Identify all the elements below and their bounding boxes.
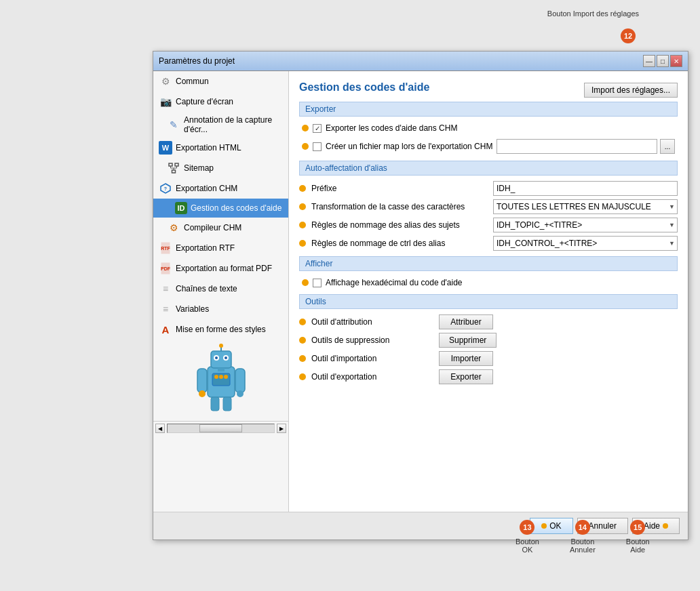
svg-text:?: ? [164, 186, 167, 191]
sidebar-item-gestion-codes[interactable]: ID Gestion des codes d'aide [153, 199, 288, 218]
sidebar-item-capture[interactable]: 📷 Capture d'écran [153, 91, 288, 112]
sitemap-icon [167, 161, 180, 175]
bottom-annotation-13: 13 Bouton OK [516, 520, 539, 554]
svg-point-24 [219, 375, 223, 379]
badge-12: 12 [621, 28, 636, 43]
scroll-thumb [199, 424, 242, 432]
svg-rect-26 [211, 397, 219, 411]
label-hex: Affichage hexadécimal du code d'aide [326, 278, 463, 287]
select-regles-sujet[interactable]: IDH_TOPIC_+<TITRE> [493, 218, 678, 232]
svg-rect-28 [197, 369, 207, 392]
svg-text:RTF: RTF [161, 246, 170, 251]
main-content: Gestion des codes d'aide Import des régl… [289, 71, 688, 512]
btn-attribuer[interactable]: Attribuer [439, 314, 493, 329]
bullet-suppression [299, 337, 306, 344]
input-prefixe[interactable] [493, 181, 678, 196]
sidebar: ⚙ Commun 📷 Capture d'écran ✎ Annotation … [153, 71, 289, 512]
form-row-transformation: Transformation de la casse des caractère… [299, 199, 678, 214]
bullet-hex [302, 279, 309, 286]
browse-button[interactable]: ... [660, 139, 675, 154]
sidebar-label-export-pdf: Exportation au format PDF [176, 264, 272, 273]
btn-exporter[interactable]: Exporter [439, 369, 493, 384]
section-afficher: Afficher [299, 256, 678, 271]
scroll-right-button[interactable]: ▶ [277, 424, 286, 433]
label-export-chm: Exporter les codes d'aide dans CHM [326, 123, 457, 133]
import-settings-button[interactable]: Import des réglages... [584, 83, 678, 98]
bullet-transformation [299, 203, 306, 210]
sidebar-label-commun: Commun [176, 77, 209, 86]
bottom-annotation-15: 15 Bouton Aide [626, 520, 650, 554]
bullet-attribution [299, 319, 306, 325]
svg-rect-0 [169, 163, 172, 166]
sidebar-label-export-rtf: Exportation RTF [176, 243, 235, 253]
svg-rect-21 [218, 368, 225, 371]
sidebar-item-export-chm[interactable]: ? Exportation CHM [153, 178, 288, 199]
select-wrapper-transformation: TOUTES LES LETTRES EN MAJUSCULE [493, 199, 678, 214]
option-row-export-chm: Exporter les codes d'aide dans CHM [299, 122, 678, 134]
id-icon: ID [175, 202, 187, 214]
html-icon: W [159, 141, 172, 155]
option-row-create-map: Créer un fichier map lors de l'exportati… [299, 138, 678, 155]
svg-point-18 [225, 356, 227, 359]
sidebar-item-export-rtf[interactable]: RTF Exportation RTF [153, 238, 288, 258]
map-file-input[interactable] [497, 139, 657, 154]
select-transformation[interactable]: TOUTES LES LETTRES EN MAJUSCULE [493, 199, 678, 214]
svg-rect-2 [172, 170, 176, 173]
scroll-left-button[interactable]: ◀ [155, 424, 165, 433]
btn-importer[interactable]: Importer [439, 351, 493, 366]
compiler-icon: ⚙ [167, 221, 180, 235]
label-suppression: Outils de suppression [311, 335, 433, 345]
restore-button[interactable]: □ [657, 55, 669, 67]
bottom-annotation-14: 14 Bouton Annuler [570, 520, 596, 554]
scroll-track [167, 424, 275, 433]
svg-rect-27 [223, 397, 231, 411]
checkbox-hex[interactable] [313, 279, 322, 287]
robot-image [153, 340, 288, 421]
titlebar-buttons: — □ ✕ [643, 55, 682, 67]
sidebar-label-variables: Variables [176, 304, 209, 314]
close-button[interactable]: ✕ [670, 55, 682, 67]
form-row-prefixe: Préfixe [299, 181, 678, 196]
pdf-icon: PDF [159, 262, 172, 275]
sidebar-item-sitemap[interactable]: Sitemap [153, 158, 288, 178]
sidebar-item-export-pdf[interactable]: PDF Exportation au format PDF [153, 258, 288, 279]
select-wrapper-regles-ctrl: IDH_CONTROL_+<TITRE> [493, 236, 678, 251]
sidebar-item-variables[interactable]: ≡ Variables [153, 299, 288, 319]
sidebar-label-sitemap: Sitemap [184, 163, 214, 173]
sidebar-label-annotation: Annotation de la capture d'écr... [184, 115, 283, 134]
project-settings-dialog: Paramètres du projet — □ ✕ ⚙ Commun 📷 Ca… [153, 51, 688, 540]
bullet-exportation [299, 373, 306, 380]
sidebar-item-commun[interactable]: ⚙ Commun [153, 71, 288, 91]
sidebar-scrollbar[interactable]: ◀ ▶ [153, 421, 288, 435]
section-auto-affectation: Auto-affectation d'alias [299, 161, 678, 176]
section-outils: Outils [299, 294, 678, 309]
label-create-map: Créer un fichier map lors de l'exportati… [326, 142, 492, 151]
sidebar-item-styles[interactable]: A Mise en forme des styles [153, 319, 288, 340]
option-row-hex: Affichage hexadécimal du code d'aide [299, 277, 678, 289]
btn-supprimer[interactable]: Supprimer [439, 333, 497, 348]
svg-point-20 [219, 344, 223, 348]
variables-icon: ≡ [159, 302, 172, 316]
bottom-annotations-container: 13 Bouton OK 14 Bouton Annuler 15 Bouton… [516, 520, 650, 554]
sidebar-item-annotation[interactable]: ✎ Annotation de la capture d'écr... [153, 112, 288, 138]
select-regles-ctrl[interactable]: IDH_CONTROL_+<TITRE> [493, 236, 678, 251]
bullet-regles-sujet [299, 222, 306, 228]
label-regles-sujet: Règles de nommage des alias des sujets [311, 220, 488, 230]
sidebar-label-gestion-codes: Gestion des codes d'aide [191, 203, 281, 213]
checkbox-create-map[interactable] [313, 142, 322, 151]
svg-point-17 [215, 356, 218, 359]
checkbox-export-chm[interactable] [313, 124, 322, 133]
minimize-button[interactable]: — [643, 55, 655, 67]
annotation-icon: ✎ [167, 118, 180, 131]
svg-rect-1 [175, 163, 178, 166]
sidebar-label-capture: Capture d'écran [176, 97, 233, 106]
bullet-export-chm [302, 125, 309, 131]
sidebar-item-export-html[interactable]: W Exportation HTML [153, 138, 288, 158]
sidebar-item-chaines[interactable]: ≡ Chaînes de texte [153, 279, 288, 299]
sidebar-item-compiler-chm[interactable]: ⚙ Compileur CHM [153, 218, 288, 238]
top-annotation-label: Bouton Import des réglages [547, 9, 639, 18]
dialog-title: Paramètres du projet [159, 56, 235, 66]
camera-icon: 📷 [159, 95, 172, 108]
map-file-row: ... [497, 139, 675, 154]
label-prefixe: Préfixe [311, 184, 488, 193]
